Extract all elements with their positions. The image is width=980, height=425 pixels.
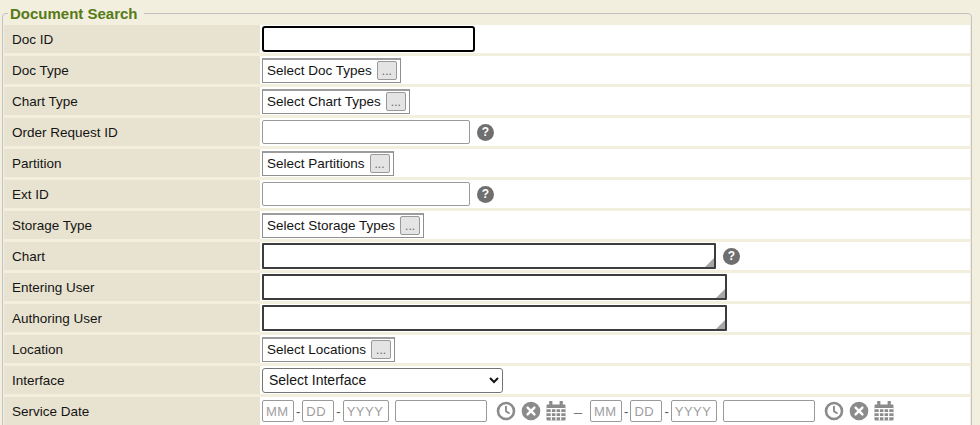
service-date-from-time-input[interactable] [395, 400, 487, 422]
date-separator: - [624, 404, 628, 419]
help-icon[interactable]: ? [477, 186, 494, 203]
field-label-chart-type: Chart Type [4, 87, 260, 115]
form-row-authoring-user: Authoring User [4, 304, 970, 332]
service-date-to-year-input[interactable] [671, 400, 717, 422]
partition-multiselect-label: Select Partitions [267, 156, 365, 171]
field-area-storage-type: Select Storage Types ... [260, 211, 970, 239]
service-date-to-month-input[interactable] [590, 400, 622, 422]
authoring-user-textarea[interactable] [262, 305, 727, 331]
field-area-entering-user [260, 273, 970, 301]
chart-textarea-wrap [262, 243, 716, 269]
field-area-interface: Select Interface [260, 366, 970, 394]
form-row-entering-user: Entering User [4, 273, 970, 301]
location-multiselect[interactable]: Select Locations ... [262, 337, 395, 362]
storage-type-multiselect-label: Select Storage Types [267, 218, 395, 233]
date-range-separator: – [574, 403, 582, 420]
service-date-to-day-input[interactable] [630, 400, 662, 422]
doc-type-browse-button[interactable]: ... [377, 61, 397, 80]
form-row-order-request-id: Order Request ID ? [4, 118, 970, 146]
form-row-chart: Chart ? [4, 242, 970, 270]
date-separator: - [336, 404, 340, 419]
help-icon[interactable]: ? [477, 124, 494, 141]
chart-type-browse-button[interactable]: ... [386, 92, 406, 111]
field-label-storage-type: Storage Type [4, 211, 260, 239]
field-label-doc-id: Doc ID [4, 25, 260, 53]
interface-select[interactable]: Select Interface [262, 368, 503, 393]
clear-icon[interactable] [521, 401, 541, 421]
chart-type-multiselect[interactable]: Select Chart Types ... [262, 89, 410, 114]
section-title: Document Search [8, 5, 144, 22]
calendar-icon[interactable] [546, 401, 566, 421]
storage-type-multiselect[interactable]: Select Storage Types ... [262, 213, 424, 238]
field-label-doc-type: Doc Type [4, 56, 260, 84]
field-label-ext-id: Ext ID [4, 180, 260, 208]
date-separator: - [664, 404, 668, 419]
service-date-to-group: - - [590, 400, 894, 422]
entering-user-textarea-wrap [262, 274, 727, 300]
service-date-to-time-input[interactable] [723, 400, 815, 422]
field-label-location: Location [4, 335, 260, 363]
field-area-order-request-id: ? [260, 118, 970, 146]
clock-icon[interactable] [496, 401, 516, 421]
field-label-service-date: Service Date [4, 397, 260, 425]
form-row-interface: Interface Select Interface [4, 366, 970, 394]
form-row-location: Location Select Locations ... [4, 335, 970, 363]
field-area-ext-id: ? [260, 180, 970, 208]
partition-multiselect[interactable]: Select Partitions ... [262, 151, 394, 176]
form-row-service-date: Service Date - - [4, 397, 970, 425]
field-label-interface: Interface [4, 366, 260, 394]
field-area-doc-type: Select Doc Types ... [260, 56, 970, 84]
location-browse-button[interactable]: ... [371, 340, 391, 359]
doc-id-input[interactable] [262, 26, 475, 52]
date-separator: - [296, 404, 300, 419]
order-request-id-input[interactable] [262, 120, 470, 144]
field-label-entering-user: Entering User [4, 273, 260, 301]
help-icon[interactable]: ? [723, 248, 740, 265]
field-area-partition: Select Partitions ... [260, 149, 970, 177]
ext-id-input[interactable] [262, 182, 470, 206]
service-date-from-month-input[interactable] [262, 400, 294, 422]
document-search-section: Document Search Doc ID Doc Type Select D… [2, 5, 972, 425]
clock-icon[interactable] [824, 401, 844, 421]
service-date-from-day-input[interactable] [302, 400, 334, 422]
form-row-doc-type: Doc Type Select Doc Types ... [4, 56, 970, 84]
clear-icon[interactable] [849, 401, 869, 421]
resize-handle-icon[interactable] [716, 289, 725, 298]
form-row-partition: Partition Select Partitions ... [4, 149, 970, 177]
entering-user-textarea[interactable] [262, 274, 727, 300]
field-area-doc-id [260, 25, 970, 53]
doc-type-multiselect-label: Select Doc Types [267, 63, 372, 78]
storage-type-browse-button[interactable]: ... [400, 216, 420, 235]
location-multiselect-label: Select Locations [267, 342, 366, 357]
partition-browse-button[interactable]: ... [370, 154, 390, 173]
field-label-order-request-id: Order Request ID [4, 118, 260, 146]
service-date-from-year-input[interactable] [343, 400, 389, 422]
chart-textarea[interactable] [262, 243, 716, 269]
doc-type-multiselect[interactable]: Select Doc Types ... [262, 58, 401, 83]
chart-type-multiselect-label: Select Chart Types [267, 94, 381, 109]
field-label-authoring-user: Authoring User [4, 304, 260, 332]
field-area-chart-type: Select Chart Types ... [260, 87, 970, 115]
form-row-chart-type: Chart Type Select Chart Types ... [4, 87, 970, 115]
resize-handle-icon[interactable] [705, 258, 714, 267]
field-area-location: Select Locations ... [260, 335, 970, 363]
field-area-authoring-user [260, 304, 970, 332]
field-area-chart: ? [260, 242, 970, 270]
calendar-icon[interactable] [874, 401, 894, 421]
form-row-storage-type: Storage Type Select Storage Types ... [4, 211, 970, 239]
authoring-user-textarea-wrap [262, 305, 727, 331]
resize-handle-icon[interactable] [716, 320, 725, 329]
field-area-service-date: - - [260, 397, 970, 425]
form-row-doc-id: Doc ID [4, 25, 970, 53]
field-label-partition: Partition [4, 149, 260, 177]
service-date-from-group: - - [262, 400, 566, 422]
field-label-chart: Chart [4, 242, 260, 270]
form-row-ext-id: Ext ID ? [4, 180, 970, 208]
